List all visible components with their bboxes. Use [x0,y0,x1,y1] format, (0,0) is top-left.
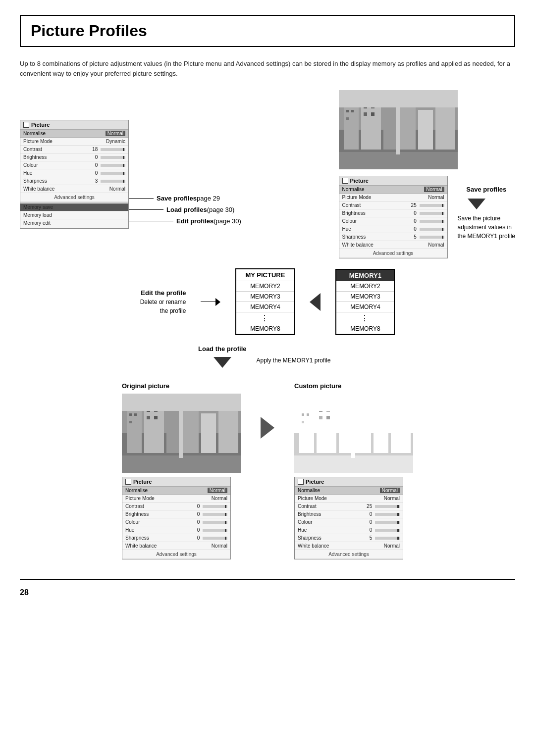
svg-rect-16 [396,100,400,154]
svg-rect-56 [294,394,413,411]
svg-rect-35 [179,403,183,458]
load-arrow-down [214,357,231,368]
save-profiles-label: Save profilespage 29 [157,195,220,202]
menu4-normalise-value: Normal [380,488,400,493]
original-picture-block: Original picture Pictu [122,382,241,564]
page-title-box: Picture Profiles [20,15,515,47]
svg-rect-43 [354,406,371,453]
menu-icon-4 [298,479,304,485]
svg-rect-6 [418,110,433,150]
save-profiles-bold: Save profiles [466,186,506,193]
menu1-memory-load: Memory load [23,212,52,218]
menu-icon-1 [23,122,29,128]
menu1-row-wb-label: White balance [23,186,54,192]
save-area: Picture Normalise Normal Picture Mode No… [339,176,516,263]
menu1-row-picture-mode-value: Dynamic [106,139,125,144]
save-arrow-down [468,199,485,209]
my-picture-table: MY PICTURE MEMORY2 MEMORY3 MEMORY4 ⋮ MEM… [235,268,295,335]
edit-profiles-label: Edit profiles(page 30) [176,217,241,225]
svg-rect-34 [122,455,241,473]
menu2-wb-label: White balance [342,242,374,248]
right-top-area: Picture Normalise Normal Picture Mode No… [339,90,516,263]
bottom-arrow-right [261,417,274,439]
menu2-advanced: Advanced settings [339,249,447,258]
page-title: Picture Profiles [31,22,504,40]
menu-icon-2 [342,178,348,184]
menu2-hue-value: 0 [414,226,444,232]
menu4-advanced: Advanced settings [295,550,403,559]
menu1-normalise-value: Normal [106,131,125,136]
svg-rect-25 [201,413,216,453]
my-picture-header: MY PICTURE [236,269,294,281]
city-image-top-right [339,90,516,171]
my-picture-dots: ⋮ [236,312,294,324]
svg-rect-42 [339,411,351,453]
menu4-normalise: Normalise [298,488,320,493]
memory1-row-2: MEMORY3 [336,292,394,302]
picture-menu-3: Picture Normalise Normal Picture Mode No… [122,477,231,559]
menu1-row-contrast-value: 18 [92,147,125,152]
svg-rect-33 [154,416,158,419]
menu2-pm-label: Picture Mode [342,195,372,200]
intro-paragraph: Up to 8 combinations of picture adjustme… [20,59,515,78]
menu1-row-picture-mode-label: Picture Mode [23,139,53,144]
svg-rect-46 [302,413,304,416]
profile-arrows: Save profilespage 29 Load profiles(page … [129,90,241,234]
edit-the-profile-label: Edit the profile [141,289,186,297]
memory1-header: MEMORY1 [336,270,394,281]
page-number: 28 [20,588,29,597]
custom-picture-block: Custom picture Picture [294,382,413,564]
svg-rect-8 [346,110,349,112]
edit-sub1: Delete or rename [140,299,186,305]
menu4-title: Picture [306,479,324,485]
menu1-row-colour-value: 0 [95,162,125,168]
svg-rect-52 [326,416,330,419]
menu1-normalise: Normalise [23,131,46,136]
load-profile-label: Load the profile [198,345,247,353]
svg-rect-9 [351,110,354,112]
menu2-title: Picture [350,178,369,184]
left-menu-area: Picture Normalise Normal Picture Mode Dy… [20,90,241,234]
svg-rect-24 [181,406,199,453]
memory1-row-3: MEMORY4 [336,302,394,312]
menu2-normalise-value: Normal [424,187,444,192]
picture-menu-2: Picture Normalise Normal Picture Mode No… [339,176,448,258]
my-picture-row-2: MEMORY3 [236,292,294,302]
load-section: Load the profile Apply the MEMORY1 profi… [198,345,515,370]
menu1-memory-save: Memory save [23,204,53,210]
original-picture-image [122,394,241,473]
menu1-row-brightness-value: 0 [95,154,125,160]
menu2-contrast-label: Contrast [342,202,361,208]
svg-rect-10 [346,117,349,120]
svg-rect-13 [364,112,367,116]
svg-rect-54 [351,403,355,458]
svg-rect-44 [374,413,388,453]
load-desc: Apply the MEMORY1 profile [257,357,331,364]
menu3-title: Picture [133,479,152,485]
picture-menu-1: Picture Normalise Normal Picture Mode Dy… [20,120,129,234]
menu2-contrast-value: 25 [411,202,444,208]
memory1-row-8: MEMORY8 [336,324,394,334]
svg-rect-7 [435,105,455,150]
custom-picture-image [294,394,413,473]
menu1-row-hue-label: Hue [23,170,32,176]
edit-sub2: the profile [160,307,186,314]
svg-rect-32 [147,416,150,419]
menu2-pm-value: Normal [428,195,444,200]
menu2-sharpness-value: 5 [414,234,444,240]
menu3-normalise-value: Normal [208,488,227,493]
svg-rect-15 [339,152,458,169]
menu-icon-3 [125,479,131,485]
memory-diagram: Edit the profile Delete or rename the pr… [20,268,515,335]
svg-rect-37 [122,394,241,411]
svg-rect-47 [307,413,309,416]
svg-rect-23 [166,411,179,453]
bottom-images-section: Original picture Pictu [20,382,515,564]
menu3-advanced: Advanced settings [122,550,230,559]
picture-menu-4: Picture Normalise Normal Picture Mode No… [294,477,403,559]
menu3-normalise: Normalise [125,488,148,493]
bottom-divider [20,579,515,580]
svg-rect-29 [129,421,132,423]
svg-rect-27 [129,413,132,416]
save-desc-area: Save profiles Save the picture adjustmen… [458,186,516,241]
